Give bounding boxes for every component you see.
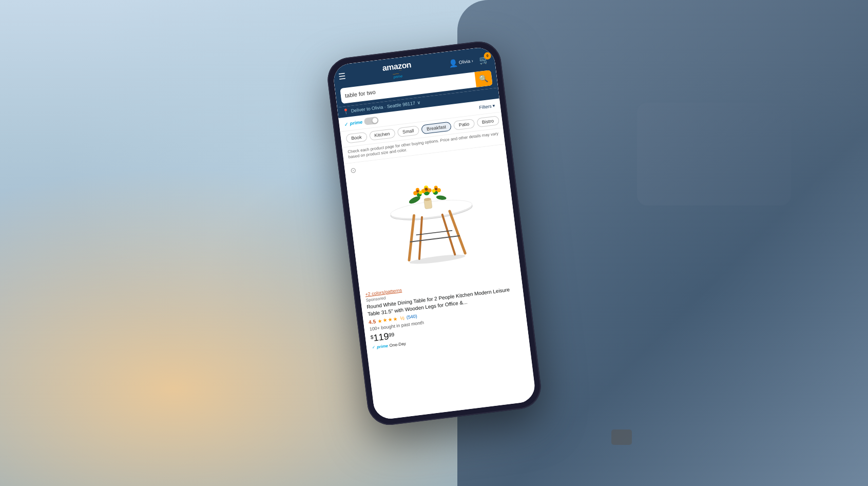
- product-area: ⊙: [344, 144, 528, 356]
- one-day-label: One-Day: [389, 341, 406, 348]
- svg-line-24: [403, 215, 419, 260]
- user-label: Olivia ›: [458, 58, 473, 65]
- prime-delivery-check: ✓: [371, 345, 375, 350]
- amazon-app: ☰ amazon ___⌒ prime 👤 Olivia ›: [332, 46, 536, 420]
- hamburger-menu[interactable]: ☰: [338, 72, 346, 82]
- filter-tag-small[interactable]: Small: [397, 125, 419, 137]
- prime-toggle[interactable]: [363, 117, 378, 125]
- product-image: [376, 166, 490, 281]
- price-main: 119: [373, 331, 389, 343]
- watch: [611, 429, 632, 445]
- toggle-knob: [372, 118, 377, 123]
- prime-badge[interactable]: ✓ prime: [343, 117, 378, 128]
- search-icon: 🔍: [478, 74, 488, 83]
- filter-tag-breakfast[interactable]: Breakfast: [421, 122, 452, 135]
- price-cents: 99: [388, 331, 394, 338]
- ar-icon[interactable]: ⊙: [349, 166, 356, 175]
- search-button[interactable]: 🔍: [474, 70, 492, 87]
- prime-subtitle: prime: [393, 74, 402, 79]
- location-icon: 📍: [342, 108, 349, 115]
- product-image-container[interactable]: [351, 158, 515, 289]
- filter-tag-bistro[interactable]: Bistro: [476, 116, 499, 127]
- svg-line-28: [410, 236, 459, 242]
- user-info[interactable]: 👤 Olivia ›: [448, 57, 474, 68]
- filters-label: Filters: [478, 104, 492, 110]
- stars: ★★★★: [377, 316, 398, 324]
- cart-container[interactable]: 🛒 0: [478, 54, 490, 65]
- svg-line-25: [449, 210, 465, 254]
- filters-button[interactable]: Filters ▾: [478, 103, 495, 110]
- prime-check-icon: ✓: [344, 121, 349, 127]
- header-right: 👤 Olivia › 🛒 0: [448, 54, 490, 69]
- svg-line-26: [414, 217, 427, 259]
- amazon-logo[interactable]: amazon ___⌒ prime: [381, 60, 412, 80]
- filter-tag-patio[interactable]: Patio: [453, 119, 474, 130]
- filters-chevron: ▾: [492, 103, 495, 109]
- review-count[interactable]: (540): [406, 314, 417, 320]
- user-icon: 👤: [448, 59, 458, 68]
- phone-screen: ☰ amazon ___⌒ prime 👤 Olivia ›: [332, 46, 536, 420]
- svg-point-23: [436, 195, 447, 200]
- prime-label: prime: [350, 120, 363, 126]
- delivery-chevron: ∨: [417, 100, 421, 105]
- filter-tag-kitchen[interactable]: Kitchen: [369, 128, 395, 141]
- svg-point-30: [409, 253, 466, 266]
- half-star: ½: [399, 315, 404, 321]
- rating-number: 4.5: [368, 319, 376, 325]
- scene: ☰ amazon ___⌒ prime 👤 Olivia ›: [0, 0, 868, 486]
- filter-tag-book[interactable]: Book: [345, 132, 367, 144]
- prime-delivery-label: prime: [376, 344, 388, 350]
